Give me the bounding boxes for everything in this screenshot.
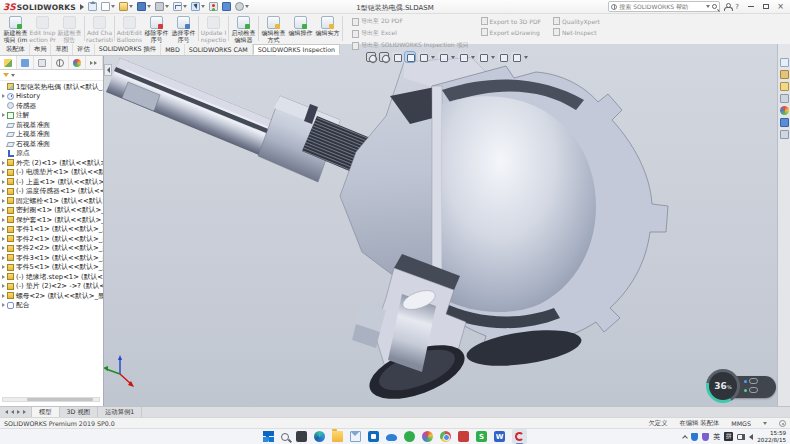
tree-item-component[interactable]: 外壳 (2)<1> (默认<<默认>_显示状: [0, 158, 103, 168]
display-style-icon[interactable]: [458, 52, 468, 62]
tree-item-component[interactable]: (-) 垫片 (2)<2> ->? (默认<<默认: [0, 282, 103, 292]
expand-arrow-icon[interactable]: [2, 303, 5, 307]
onedrive-icon[interactable]: [386, 434, 397, 441]
expand-arrow-icon[interactable]: [2, 237, 5, 241]
tab-scroll-buttons[interactable]: [0, 407, 32, 417]
tree-filter-row[interactable]: [0, 70, 103, 81]
expand-arrow-icon[interactable]: [2, 227, 5, 231]
scroll-left-icon[interactable]: [11, 410, 14, 414]
expand-arrow-icon[interactable]: [2, 218, 5, 222]
panel-collapse-button[interactable]: [104, 64, 112, 76]
expand-arrow-icon[interactable]: [2, 170, 5, 174]
dropdown-caret-icon[interactable]: [129, 5, 133, 8]
tree-item-component[interactable]: (-) 电缆垫片<1> (默认<<默认>_显: [0, 168, 103, 178]
tree-item-component[interactable]: 固定螺栓<1> (默认<<默认>_显示: [0, 196, 103, 206]
design-library-icon[interactable]: [780, 70, 789, 79]
print-icon[interactable]: [155, 2, 164, 11]
export-2d-pdf-button[interactable]: 导出至 2D PDF: [352, 17, 469, 26]
start-button[interactable]: [263, 431, 274, 442]
search-icon[interactable]: [712, 4, 717, 9]
feature-manager-tab[interactable]: [0, 56, 17, 69]
mouse-icon[interactable]: [749, 378, 758, 384]
remove-balloon-button[interactable]: 移除零件序号: [143, 14, 170, 43]
dropdown-caret-icon[interactable]: [491, 56, 495, 59]
custom-properties-icon[interactable]: [780, 118, 789, 127]
qualityxpert-button[interactable]: QualityXpert: [553, 17, 600, 25]
tree-item-root[interactable]: 1型铠装热电偶 (默认<默认_显示状态-1>: [0, 82, 103, 92]
edit-inspection-method-button[interactable]: 编辑检查方式: [260, 14, 287, 43]
taskbar-clock[interactable]: 15:59 2022/8/15: [757, 430, 786, 443]
expand-arrow-icon[interactable]: [2, 94, 5, 98]
dropdown-caret-icon[interactable]: [165, 5, 169, 8]
net-inspect-button[interactable]: Net-Inspect: [553, 28, 600, 36]
solidworks-resources-icon[interactable]: [780, 58, 789, 67]
dropdown-caret-icon[interactable]: [245, 5, 249, 8]
expand-arrow-icon[interactable]: [2, 161, 5, 165]
previous-view-icon[interactable]: [392, 52, 402, 62]
expand-arrow-icon[interactable]: [2, 256, 5, 260]
configuration-manager-tab[interactable]: [34, 56, 51, 69]
dynamic-annotation-icon[interactable]: [418, 52, 428, 62]
tab-3d-views[interactable]: 3D 视图: [60, 407, 98, 417]
file-explorer-icon[interactable]: [332, 431, 343, 442]
expand-arrow-icon[interactable]: [2, 113, 5, 117]
taskbar-search-icon[interactable]: [281, 433, 289, 441]
dropdown-caret-icon[interactable]: [183, 5, 187, 8]
units-dropdown-caret-icon[interactable]: [763, 422, 767, 425]
select-balloon-button[interactable]: 选择零件序号: [170, 14, 197, 43]
tray-chevron-up-icon[interactable]: [682, 435, 688, 441]
tree-item-component[interactable]: (-) 上盖<1> (默认<<默认>_显示状: [0, 177, 103, 187]
expand-arrow-icon[interactable]: [2, 208, 5, 212]
panel-horizontal-scrollbar[interactable]: [2, 397, 100, 402]
tree-item-component[interactable]: 零件5<1> (默认<<默认>_显示状态: [0, 263, 103, 273]
view-palette-icon[interactable]: [780, 94, 789, 103]
tree-item-component[interactable]: 密封圈<1> (默认<<默认>_显示状: [0, 206, 103, 216]
speaker-icon[interactable]: [749, 434, 753, 440]
tree-item-top-plane[interactable]: 上视基准面: [0, 130, 103, 140]
microsoft-store-icon[interactable]: [368, 431, 379, 442]
dropdown-caret-icon[interactable]: [451, 56, 455, 59]
launch-inspection-editor-button[interactable]: 启动检查编辑器: [230, 14, 257, 43]
graphics-viewport[interactable]: 36 %: [104, 44, 790, 406]
tab-sketch[interactable]: 草图: [51, 44, 73, 55]
dropdown-caret-icon[interactable]: [201, 5, 205, 8]
options-gear-icon[interactable]: [235, 2, 244, 11]
search-box[interactable]: [608, 1, 720, 12]
expand-arrow-icon[interactable]: [2, 294, 5, 298]
tree-item-component[interactable]: (-) 绝缘堵.step<1> (默认<<默认: [0, 272, 103, 282]
status-options-icon[interactable]: [779, 420, 786, 427]
app-s-icon[interactable]: S: [476, 431, 487, 442]
chrome-icon[interactable]: [440, 431, 451, 442]
expand-arrow-icon[interactable]: [2, 284, 5, 288]
tree-item-history[interactable]: History: [0, 92, 103, 102]
scroll-right-icon[interactable]: [17, 410, 20, 414]
display-manager-tab[interactable]: [69, 56, 86, 69]
minimize-button[interactable]: [743, 1, 758, 13]
search-dropdown-caret-icon[interactable]: [706, 5, 710, 8]
zoom-to-fit-icon[interactable]: [366, 52, 376, 62]
app-w-icon[interactable]: W: [494, 431, 505, 442]
home-icon[interactable]: [88, 2, 97, 11]
dropdown-caret-icon[interactable]: [147, 5, 151, 8]
tree-item-annotations[interactable]: 注解: [0, 111, 103, 121]
tab-layout[interactable]: 布局: [30, 44, 52, 55]
solidworks-forum-icon[interactable]: [780, 130, 789, 139]
edit-operation-button[interactable]: 编辑操作: [287, 14, 314, 37]
ime-language-indicator[interactable]: 英: [713, 432, 720, 442]
manager-tabs-overflow[interactable]: [86, 56, 103, 69]
new-document-icon[interactable]: [101, 2, 110, 11]
solidworks-taskbar-icon[interactable]: [512, 429, 527, 444]
save-icon[interactable]: [137, 2, 146, 11]
file-explorer-pane-icon[interactable]: [780, 82, 789, 91]
appearances-scenes-icon[interactable]: [780, 106, 789, 115]
scroll-first-icon[interactable]: [5, 410, 8, 414]
mouse-icon[interactable]: [749, 387, 758, 393]
export-3d-pdf-button[interactable]: Export to 3D PDF: [481, 17, 542, 25]
dimxpert-manager-tab[interactable]: [52, 56, 69, 69]
view-orientation-icon[interactable]: [438, 52, 448, 62]
expand-arrow-icon[interactable]: [2, 189, 5, 193]
file-properties-icon[interactable]: [222, 2, 231, 11]
export-excel-button[interactable]: 导出至 Excel: [352, 29, 469, 38]
red-app-icon[interactable]: [458, 431, 469, 442]
tab-assembly[interactable]: 装配体: [2, 44, 30, 55]
